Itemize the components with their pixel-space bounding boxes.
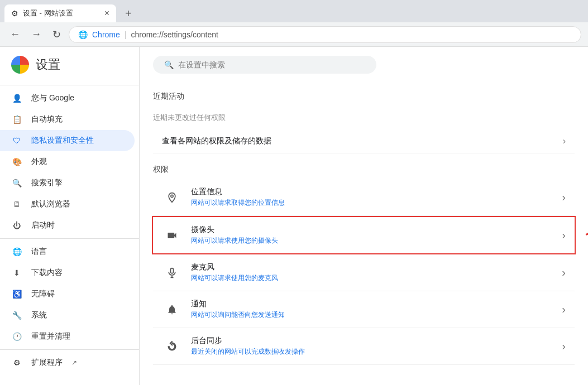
security-icon: 🌐	[78, 30, 88, 39]
background-icon	[162, 336, 182, 357]
permission-row-notification[interactable]: 通知 网站可以询问能否向您发送通知 ›	[153, 291, 575, 328]
google-icon: 👤	[11, 94, 22, 103]
svg-point-0	[171, 195, 173, 197]
back-button[interactable]: ←	[7, 26, 23, 42]
tab-bar: ⚙ 设置 - 网站设置 × +	[0, 0, 588, 22]
sidebar-item-google[interactable]: 👤 您与 Google	[0, 88, 135, 109]
app-container: 设置 👤 您与 Google 📋 自动填充 🛡 隐私设置和安全性 🎨 外观 🔍 …	[0, 47, 588, 385]
sidebar-item-startup[interactable]: ⏻ 启动时	[0, 215, 135, 236]
startup-icon: ⏻	[11, 221, 22, 230]
settings-content: 近期活动 近期未更改过任何权限 查看各网站的权限及储存的数据 › 权限 位置信息…	[140, 92, 588, 378]
sidebar-label-system: 系统	[31, 310, 47, 320]
search-box[interactable]: 🔍	[153, 56, 376, 74]
permissions-list: 位置信息 网站可以请求取得您的位置信息 › 摄像头 网站可以请求使用您的摄像头 …	[153, 179, 575, 365]
location-title: 位置信息	[191, 187, 562, 197]
accessibility-icon: ♿	[11, 290, 22, 299]
location-desc: 网站可以请求取得您的位置信息	[191, 198, 562, 208]
camera-title: 摄像头	[191, 225, 562, 235]
camera-chevron: ›	[562, 229, 566, 242]
microphone-chevron: ›	[562, 266, 566, 279]
camera-info: 摄像头 网站可以请求使用您的摄像头	[191, 225, 562, 246]
address-url: chrome://settings/content	[131, 30, 218, 39]
sidebar-item-privacy[interactable]: 🛡 隐私设置和安全性	[0, 130, 135, 151]
red-arrow-svg	[575, 218, 588, 251]
address-separator: |	[125, 30, 127, 39]
sidebar-label-accessibility: 无障碍	[31, 289, 55, 299]
main-content: 🔍 近期活动 近期未更改过任何权限 查看各网站的权限及储存的数据 › 权限 位置…	[140, 47, 588, 385]
microphone-title: 麦克风	[191, 262, 562, 272]
browser-icon: 🖥	[11, 200, 22, 209]
sidebar-item-search[interactable]: 🔍 搜索引擎	[0, 172, 135, 194]
site-data-row[interactable]: 查看各网站的权限及储存的数据 ›	[153, 129, 575, 153]
permission-row-microphone[interactable]: 麦克风 网站可以请求使用您的麦克风 ›	[153, 254, 575, 291]
recent-activity-empty: 近期未更改过任何权限	[153, 106, 575, 129]
permissions-section-title: 权限	[153, 165, 575, 175]
location-icon	[162, 187, 182, 208]
autofill-icon: 📋	[11, 115, 22, 124]
background-chevron: ›	[562, 340, 566, 353]
permission-row-background[interactable]: 后台同步 最近关闭的网站可以完成数据收发操作 ›	[153, 328, 575, 365]
sidebar-item-reset[interactable]: 🕐 重置并清理	[0, 326, 135, 347]
extensions-external-icon: ↗	[71, 359, 77, 367]
sidebar-label-search: 搜索引擎	[31, 178, 63, 188]
extensions-icon: ⚙	[11, 358, 22, 367]
refresh-button[interactable]: ↻	[49, 26, 64, 43]
sidebar-label-google: 您与 Google	[31, 93, 74, 103]
microphone-icon	[162, 263, 182, 283]
sidebar-divider	[0, 85, 139, 85]
new-tab-button[interactable]: +	[121, 4, 136, 22]
sidebar: 设置 👤 您与 Google 📋 自动填充 🛡 隐私设置和安全性 🎨 外观 🔍 …	[0, 47, 140, 385]
notification-info: 通知 网站可以询问能否向您发送通知	[191, 299, 562, 320]
system-icon: 🔧	[11, 311, 22, 320]
recent-section-title: 近期活动	[153, 92, 575, 102]
sidebar-title: 设置	[36, 56, 60, 73]
sidebar-item-system[interactable]: 🔧 系统	[0, 305, 135, 326]
sidebar-label-browser: 默认浏览器	[31, 199, 70, 209]
sidebar-item-browser[interactable]: 🖥 默认浏览器	[0, 194, 135, 215]
microphone-info: 麦克风 网站可以请求使用您的麦克风	[191, 262, 562, 283]
forward-button[interactable]: →	[28, 26, 45, 42]
active-tab[interactable]: ⚙ 设置 - 网站设置 ×	[4, 4, 116, 22]
notification-title: 通知	[191, 299, 562, 309]
search-icon: 🔍	[164, 60, 174, 69]
notification-chevron: ›	[562, 303, 566, 316]
location-chevron: ›	[562, 191, 566, 204]
extensions-label: 扩展程序	[31, 358, 63, 368]
sidebar-label-appearance: 外观	[31, 157, 47, 167]
appearance-icon: 🎨	[11, 157, 22, 166]
microphone-desc: 网站可以请求使用您的麦克风	[191, 273, 562, 283]
sidebar-label-autofill: 自动填充	[31, 114, 63, 124]
sidebar-item-download[interactable]: ⬇ 下载内容	[0, 262, 135, 283]
site-data-chevron: ›	[563, 136, 566, 146]
search-icon: 🔍	[11, 179, 22, 187]
address-brand: Chrome	[92, 30, 120, 39]
sidebar-item-autofill[interactable]: 📋 自动填充	[0, 109, 135, 130]
address-input[interactable]: 🌐 Chrome | chrome://settings/content	[69, 26, 581, 43]
permission-row-camera[interactable]: 摄像头 网站可以请求使用您的摄像头 ›	[152, 216, 576, 254]
sidebar-label-download: 下载内容	[31, 268, 63, 278]
background-title: 后台同步	[191, 336, 562, 346]
address-bar: ← → ↻ 🌐 Chrome | chrome://settings/conte…	[0, 22, 588, 47]
sidebar-item-language[interactable]: 🌐 语言	[0, 241, 135, 262]
chrome-logo	[11, 56, 29, 74]
camera-desc: 网站可以请求使用您的摄像头	[191, 236, 562, 246]
sidebar-divider-3	[0, 349, 139, 350]
sidebar-label-privacy: 隐私设置和安全性	[31, 136, 94, 146]
location-info: 位置信息 网站可以请求取得您的位置信息	[191, 187, 562, 208]
sidebar-nav-top: 👤 您与 Google 📋 自动填充 🛡 隐私设置和安全性 🎨 外观 🔍 搜索引…	[0, 88, 139, 236]
sidebar-nav-bottom: 🌐 语言 ⬇ 下载内容 ♿ 无障碍 🔧 系统 🕐 重置并清理	[0, 241, 139, 347]
notification-icon	[162, 300, 182, 320]
sidebar-item-appearance[interactable]: 🎨 外观	[0, 151, 135, 172]
camera-arrow-annotation	[575, 218, 588, 253]
sidebar-divider-2	[0, 238, 139, 239]
permission-row-location[interactable]: 位置信息 网站可以请求取得您的位置信息 ›	[153, 179, 575, 216]
reset-icon: 🕐	[11, 332, 22, 341]
svg-rect-2	[171, 268, 174, 273]
notification-desc: 网站可以询问能否向您发送通知	[191, 310, 562, 320]
privacy-icon: 🛡	[11, 136, 22, 145]
tab-favicon: ⚙	[11, 9, 18, 18]
search-input[interactable]	[178, 60, 365, 69]
sidebar-item-accessibility[interactable]: ♿ 无障碍	[0, 283, 135, 305]
tab-close-button[interactable]: ×	[104, 8, 109, 18]
sidebar-item-extensions[interactable]: ⚙ 扩展程序 ↗	[0, 352, 139, 373]
